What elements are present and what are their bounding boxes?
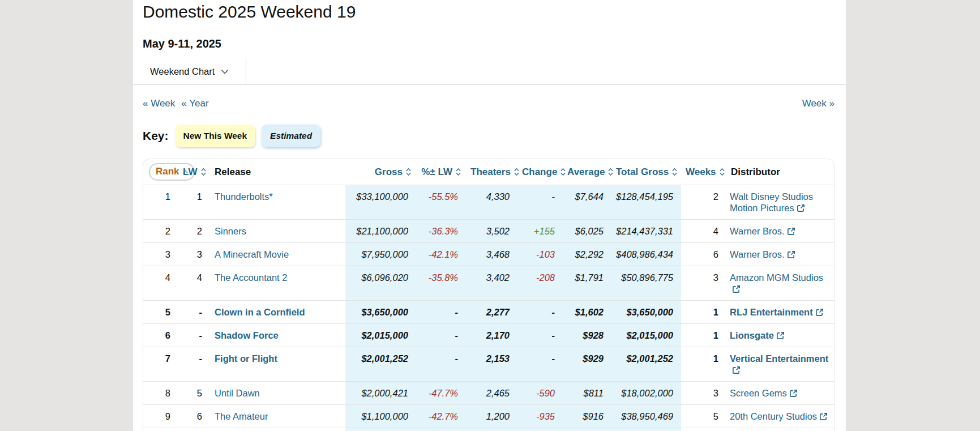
column-header-distributor: Distributor: [726, 159, 835, 185]
sort-icon: [455, 168, 461, 176]
cell-total-gross: $2,001,252: [611, 347, 681, 382]
cell-gross: $6,096,020: [345, 266, 416, 301]
cell-average: $2,292: [563, 243, 611, 266]
distributor-link[interactable]: RLJ Entertainment: [730, 307, 824, 317]
external-link-icon: [732, 285, 741, 293]
release-link[interactable]: Thunderbolts*: [215, 191, 273, 202]
value: +155: [534, 226, 555, 236]
release-link[interactable]: Clown in a Cornfield: [215, 307, 305, 317]
cell-gross: $33,100,000: [345, 185, 416, 220]
cell-gross: $1,100,000: [345, 405, 416, 428]
distributor-link[interactable]: Amazon MGM Studios: [730, 272, 823, 294]
distributor-link[interactable]: Warner Bros.: [730, 226, 795, 236]
cell-average: $916: [563, 405, 611, 428]
cell-average: $811: [563, 382, 611, 405]
column-label: Rank: [156, 166, 179, 177]
cell-weeks: 3: [681, 382, 726, 405]
cell-pct-lw: -55.5%: [416, 185, 466, 220]
release-link[interactable]: Fight or Flight: [215, 353, 277, 364]
release-link[interactable]: Until Dawn: [215, 388, 260, 398]
cell-rank: 4: [143, 266, 178, 301]
cell-release: The Amateur: [210, 405, 345, 428]
value: -103: [536, 249, 555, 259]
value: -: [552, 307, 555, 317]
next-week-link[interactable]: Week »: [802, 98, 835, 109]
cell-gross: $680,656: [345, 428, 416, 431]
cell-total-gross: $128,454,195: [611, 185, 681, 220]
value: -: [552, 353, 555, 364]
cell-total-gross: $38,950,469: [611, 405, 681, 428]
table-row: 107The King of Kings$680,656-60.2%1,089-…: [143, 428, 835, 431]
week-navigation: « Week « Year Week »: [143, 98, 835, 109]
external-link-icon: [787, 227, 795, 236]
sort-icon: [719, 168, 725, 176]
cell-gross: $21,100,000: [345, 220, 416, 243]
cell-lw: -: [178, 301, 210, 324]
column-header-total-gross: Total Gross: [611, 159, 681, 185]
cell-total-gross: $2,015,000: [611, 324, 681, 347]
value: -47.7%: [429, 388, 458, 398]
distributor-link[interactable]: Warner Bros.: [730, 249, 795, 259]
cell-change: -: [517, 347, 563, 382]
cell-distributor: Lionsgate: [726, 324, 835, 347]
sort-link-theaters[interactable]: Theaters: [470, 167, 520, 177]
distributor-link[interactable]: Lionsgate: [730, 330, 785, 340]
sort-link-lw[interactable]: LW: [183, 167, 207, 177]
sort-link-change[interactable]: Change: [522, 167, 566, 177]
legend-key: Key: New This Week Estimated: [143, 125, 835, 147]
cell-release: The King of Kings: [210, 428, 345, 431]
page-title: Domestic 2025 Weekend 19: [143, 0, 835, 22]
cell-release: Clown in a Cornfield: [210, 301, 345, 324]
value: -42.1%: [429, 249, 458, 259]
distributor-link[interactable]: Vertical Entertainment: [730, 353, 828, 375]
sort-link-pct-lw[interactable]: %± LW: [421, 167, 461, 177]
external-link-icon: [776, 331, 785, 340]
distributor-link[interactable]: Screen Gems: [730, 388, 798, 398]
cell-change: -208: [517, 266, 563, 301]
release-link[interactable]: The Amateur: [215, 411, 268, 421]
sort-link-weeks[interactable]: Weeks: [686, 167, 725, 177]
cell-theaters: 3,402: [466, 266, 517, 301]
column-header-weeks: Weeks: [681, 159, 726, 185]
cell-gross: $2,015,000: [345, 324, 416, 347]
sort-link-average[interactable]: Average: [567, 167, 614, 177]
table-row: 11Thunderbolts*$33,100,000-55.5%4,330-$7…: [143, 185, 835, 220]
release-link[interactable]: Sinners: [215, 226, 246, 236]
distributor-link[interactable]: 20th Century Studios: [730, 411, 828, 421]
external-link-icon: [789, 389, 798, 398]
cell-theaters: 2,277: [466, 301, 517, 324]
cell-lw: 1: [178, 185, 210, 220]
prev-week-link[interactable]: « Week: [143, 98, 175, 109]
cell-lw: 4: [178, 266, 210, 301]
value: -: [455, 353, 459, 364]
sort-icon: [560, 168, 566, 176]
cell-change: -935: [517, 405, 563, 428]
external-link-icon: [787, 250, 795, 259]
sort-link-gross[interactable]: Gross: [375, 167, 412, 177]
distributor-link[interactable]: Walt Disney Studios Motion Pictures: [730, 191, 813, 213]
cell-release: Fight or Flight: [210, 347, 345, 382]
cell-average: $1,602: [563, 301, 611, 324]
cell-total-gross: $59,074,802: [611, 428, 681, 431]
release-link[interactable]: Shadow Force: [215, 330, 279, 340]
cell-rank: 1: [143, 185, 178, 220]
cell-gross: $3,650,000: [345, 301, 416, 324]
cell-pct-lw: -: [416, 324, 466, 347]
release-link[interactable]: A Minecraft Movie: [215, 249, 289, 259]
prev-year-link[interactable]: « Year: [181, 98, 208, 109]
sort-link-total-gross[interactable]: Total Gross: [616, 167, 678, 177]
cell-weeks: 2: [681, 185, 726, 220]
chart-type-dropdown[interactable]: Weekend Chart: [133, 59, 246, 84]
cell-pct-lw: -47.7%: [416, 382, 466, 405]
cell-pct-lw: -60.2%: [416, 428, 466, 431]
value: -36.3%: [429, 226, 458, 236]
cell-release: Sinners: [210, 220, 345, 243]
cell-distributor: Vertical Entertainment: [726, 347, 835, 382]
cell-lw: 6: [178, 405, 210, 428]
external-link-icon: [797, 204, 805, 212]
cell-distributor: RLJ Entertainment: [726, 301, 835, 324]
external-link-icon: [732, 366, 741, 374]
key-label: Key:: [143, 129, 169, 143]
value: -: [552, 330, 555, 340]
release-link[interactable]: The Accountant 2: [215, 272, 287, 283]
